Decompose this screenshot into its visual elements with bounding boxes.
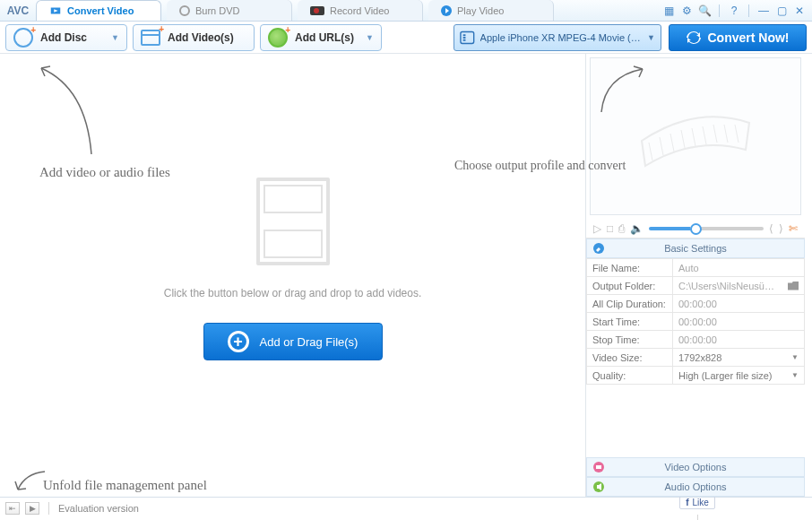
- button-label: Add URL(s): [295, 31, 354, 44]
- tab-record-video[interactable]: Record Video: [298, 0, 423, 21]
- convert-icon: [49, 4, 62, 17]
- label: Output Folder:: [587, 277, 673, 295]
- filmstrip-icon: [633, 96, 758, 177]
- svg-rect-2: [463, 37, 466, 39]
- panel-toggle-right-button[interactable]: ▶: [25, 502, 39, 515]
- trim-end-icon[interactable]: ⟩: [779, 222, 783, 235]
- options-icon[interactable]: ▦: [661, 4, 676, 18]
- output-profile-selector[interactable]: Apple iPhone XR MPEG-4 Movie (*.m… ▼: [454, 24, 661, 51]
- start-time-value[interactable]: 00:00:00: [673, 313, 805, 331]
- section-title: Basic Settings: [664, 243, 727, 254]
- video-options-header[interactable]: Video Options: [586, 457, 805, 477]
- label: Video Size:: [587, 349, 673, 367]
- button-label: Convert Now!: [708, 30, 790, 45]
- tab-play-video[interactable]: Play Video: [428, 0, 554, 21]
- add-disc-button[interactable]: Add Disc ▼: [5, 24, 127, 51]
- trim-start-icon[interactable]: ⟨: [769, 222, 773, 235]
- section-title: Audio Options: [664, 481, 726, 492]
- label: File Name:: [587, 259, 673, 277]
- help-icon[interactable]: ?: [727, 4, 741, 18]
- scissor-icon[interactable]: ✄: [789, 222, 798, 235]
- profile-label: Apple iPhone XR MPEG-4 Movie (*.m…: [480, 32, 642, 43]
- plus-icon: +: [228, 331, 249, 352]
- globe-icon: [268, 28, 288, 48]
- hint-add-files: Add video or audio files: [39, 165, 170, 180]
- disc-icon: [179, 5, 190, 16]
- disc-icon: [13, 28, 33, 48]
- preview-panel: Choose output profile and convert: [590, 57, 801, 215]
- chevron-down-icon: ▼: [791, 353, 799, 361]
- file-name-value[interactable]: Auto: [673, 259, 805, 277]
- label: Start Time:: [587, 313, 673, 331]
- tab-label: Burn DVD: [195, 5, 240, 16]
- chevron-down-icon: ▼: [647, 33, 655, 42]
- label: Stop Time:: [587, 331, 673, 349]
- tab-label: Play Video: [457, 5, 504, 16]
- record-icon: [310, 6, 324, 15]
- video-icon: [592, 461, 605, 473]
- status-text: Evaluation version: [58, 503, 139, 514]
- chevron-down-icon: ▼: [366, 33, 374, 42]
- button-label: Add Disc: [40, 31, 87, 44]
- close-icon[interactable]: ✕: [792, 4, 807, 18]
- separator: [719, 4, 720, 17]
- svg-rect-1: [463, 34, 466, 36]
- value: 1792x828: [678, 352, 721, 363]
- hint-choose-profile: Choose output profile and convert: [454, 159, 626, 173]
- convert-now-button[interactable]: Convert Now!: [669, 24, 807, 51]
- value: High (Larger file size): [678, 370, 773, 381]
- play-icon: [441, 5, 452, 16]
- stop-icon[interactable]: □: [607, 222, 613, 235]
- tab-label: Convert Video: [67, 5, 134, 16]
- tab-burn-dvd[interactable]: Burn DVD: [167, 0, 292, 21]
- volume-icon[interactable]: 🔈: [630, 222, 644, 235]
- svg-rect-3: [463, 39, 466, 40]
- volume-slider[interactable]: [649, 227, 764, 230]
- label: All Clip Duration:: [587, 295, 673, 313]
- video-size-select[interactable]: 1792x828▼: [673, 349, 805, 367]
- separator: [748, 4, 749, 17]
- add-urls-button[interactable]: Add URL(s) ▼: [260, 24, 382, 51]
- separator: [697, 515, 698, 521]
- film-placeholder-icon: [256, 178, 330, 265]
- chevron-down-icon: ▼: [111, 33, 119, 42]
- tab-convert-video[interactable]: Convert Video: [36, 0, 161, 21]
- button-label: Add or Drag File(s): [260, 335, 358, 349]
- quality-select[interactable]: High (Larger file size)▼: [673, 367, 805, 385]
- add-or-drag-files-button[interactable]: + Add or Drag File(s): [203, 323, 383, 360]
- add-videos-button[interactable]: Add Video(s): [133, 24, 255, 51]
- search-icon[interactable]: 🔍: [697, 4, 712, 18]
- audio-options-header[interactable]: Audio Options: [586, 477, 805, 497]
- snapshot-icon[interactable]: ⎙: [618, 222, 625, 235]
- svg-rect-6: [596, 465, 601, 469]
- player-controls: ▷ □ ⎙ 🔈 ⟨ ⟩ ✄: [586, 219, 805, 238]
- audio-icon: [592, 481, 605, 493]
- maximize-icon[interactable]: ▢: [774, 4, 789, 18]
- app-logo: AVC: [0, 0, 36, 21]
- facebook-like-button[interactable]: fLike: [679, 496, 715, 509]
- settings-icon[interactable]: ⚙: [679, 4, 694, 18]
- stop-time-value[interactable]: 00:00:00: [673, 331, 805, 349]
- folder-icon[interactable]: [788, 282, 799, 290]
- wrench-icon: [592, 242, 605, 255]
- arrow-icon: [32, 61, 104, 160]
- separator: [48, 502, 49, 515]
- folder-path: C:\Users\NilsNeusüß\Vi…: [678, 281, 777, 291]
- hint-unfold-panel: Unfold file management panel: [43, 478, 207, 493]
- tab-label: Record Video: [330, 5, 389, 16]
- minimize-icon[interactable]: —: [756, 4, 771, 18]
- play-icon[interactable]: ▷: [593, 222, 601, 235]
- panel-toggle-left-button[interactable]: ⇤: [5, 502, 20, 515]
- svg-rect-0: [461, 31, 474, 43]
- clip-duration-value: 00:00:00: [673, 295, 805, 313]
- output-folder-value[interactable]: C:\Users\NilsNeusüß\Vi…: [673, 277, 805, 295]
- window-icon: [141, 30, 160, 46]
- like-label: Like: [692, 498, 708, 507]
- label: Quality:: [587, 367, 673, 385]
- settings-table: File Name:Auto Output Folder:C:\Users\Ni…: [586, 258, 805, 385]
- placeholder-text: Click the button below or drag and drop …: [164, 287, 422, 299]
- basic-settings-header[interactable]: Basic Settings: [586, 238, 805, 258]
- chevron-down-icon: ▼: [791, 371, 799, 379]
- profile-icon: [460, 30, 475, 46]
- section-title: Video Options: [665, 462, 727, 472]
